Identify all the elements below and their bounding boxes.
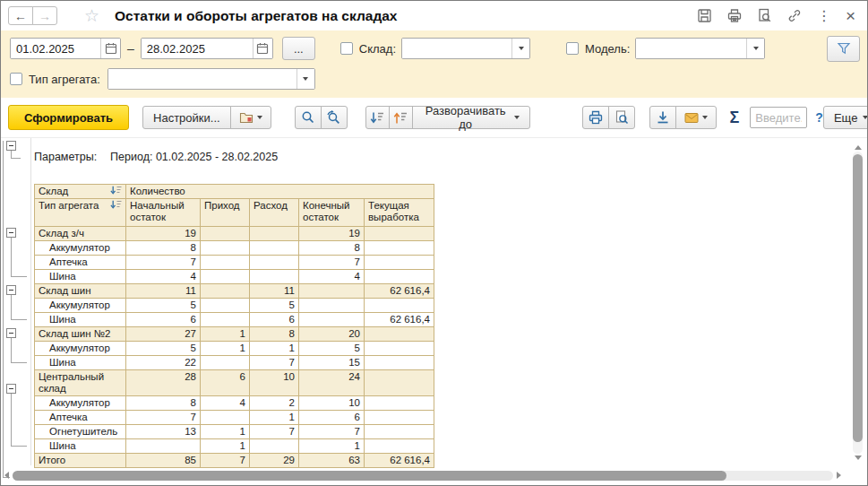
scroll-down-icon[interactable] <box>855 456 862 460</box>
send-by-email-button[interactable] <box>675 106 717 129</box>
cell-income <box>201 256 250 270</box>
sort-ascending-icon <box>393 111 408 125</box>
ellipsis-icon: ... <box>294 42 304 56</box>
cell-current: 62 616,4 <box>365 313 434 327</box>
collapse-group-button[interactable] <box>6 285 16 295</box>
cell-expense <box>250 439 299 454</box>
group-tree-line <box>11 446 27 447</box>
cell-end: 20 <box>299 327 365 342</box>
horizontal-scrollbar[interactable] <box>3 468 843 482</box>
scroll-up-icon[interactable] <box>855 145 862 150</box>
save-icon[interactable] <box>697 8 712 23</box>
period-to-input[interactable] <box>142 39 253 58</box>
cell-end: 24 <box>299 370 365 396</box>
cell-current <box>365 342 434 356</box>
group-row-name: Склад шин №2 <box>35 327 126 342</box>
child-row-name: Шина <box>35 439 126 454</box>
dropdown-button[interactable] <box>296 69 314 89</box>
cell-begin: 27 <box>126 327 201 342</box>
collapse-group-button[interactable] <box>6 228 16 238</box>
horizontal-scroll-track[interactable] <box>13 471 833 481</box>
expand-to-button[interactable]: Разворачивать до <box>412 106 530 129</box>
column-header-quantity[interactable]: Количество <box>126 185 434 199</box>
vertical-scroll-thumb[interactable] <box>853 154 863 441</box>
cell-begin: 7 <box>126 256 201 270</box>
cell-begin: 4 <box>126 270 201 284</box>
cell-begin: 8 <box>126 241 201 256</box>
help-link[interactable]: ? <box>815 110 823 125</box>
report-window: ← → ☆ Остатки и обороты агрегатов на скл… <box>0 0 868 486</box>
period-from-input[interactable] <box>11 39 100 58</box>
warehouse-input[interactable] <box>402 39 511 58</box>
sort-icon[interactable] <box>110 186 122 195</box>
get-link-icon[interactable] <box>786 8 803 23</box>
more-button[interactable]: Еще <box>823 106 868 129</box>
printer-icon <box>588 110 604 125</box>
generate-button[interactable]: Сформировать <box>8 105 129 130</box>
search-next-icon <box>326 110 341 125</box>
calendar-icon[interactable] <box>253 39 272 58</box>
group-tree-line <box>11 238 12 276</box>
report-variants-button[interactable] <box>230 106 271 129</box>
print-preview-icon[interactable] <box>757 8 772 23</box>
forward-button[interactable]: → <box>32 6 57 25</box>
sort-ascending-button[interactable] <box>389 106 413 129</box>
cell-end: 19 <box>299 227 365 241</box>
period-options-button[interactable]: ... <box>282 37 315 60</box>
dropdown-button[interactable] <box>511 39 529 58</box>
filter-settings-button[interactable] <box>827 36 860 62</box>
print-button[interactable] <box>582 106 609 129</box>
print-icon[interactable] <box>726 8 743 23</box>
cell-current <box>365 327 434 342</box>
horizontal-scroll-thumb[interactable] <box>13 471 726 481</box>
group-tree-line <box>11 158 21 159</box>
vertical-scroll-track[interactable] <box>853 152 863 454</box>
model-filter-checkbox[interactable] <box>566 42 579 55</box>
column-header-income[interactable]: Приход <box>201 199 250 227</box>
dropdown-button[interactable] <box>746 39 764 58</box>
unit-type-filter-checkbox[interactable] <box>10 73 22 85</box>
more-actions-icon[interactable]: ⋮ <box>817 9 831 23</box>
sort-icon[interactable] <box>110 200 122 210</box>
warehouse-filter-checkbox[interactable] <box>340 42 353 55</box>
sort-descending-icon <box>370 111 384 125</box>
child-row-name: Шина <box>35 356 126 370</box>
vertical-scrollbar[interactable] <box>850 143 865 462</box>
filter-panel: – ... Склад: Модель: <box>1 30 867 98</box>
collapse-group-button[interactable] <box>6 141 16 151</box>
model-input[interactable] <box>636 39 746 58</box>
column-header-warehouse[interactable]: Склад <box>35 185 126 199</box>
collapse-group-button[interactable] <box>6 328 16 338</box>
close-icon[interactable]: × <box>846 8 855 24</box>
cell-begin: 22 <box>126 356 201 370</box>
period-from-field <box>10 38 121 59</box>
sum-selected-icon[interactable]: Σ <box>730 108 740 127</box>
calendar-icon[interactable] <box>100 39 120 58</box>
unit-type-input[interactable] <box>108 69 296 89</box>
favorite-star-icon[interactable]: ☆ <box>84 7 99 24</box>
cell-expense: 11 <box>250 284 299 299</box>
scroll-left-icon[interactable] <box>4 472 9 479</box>
settings-button[interactable]: Настройки... <box>142 106 231 129</box>
scroll-right-icon[interactable] <box>837 472 841 479</box>
save-to-file-button[interactable] <box>649 106 676 129</box>
cell-expense <box>250 270 299 284</box>
column-header-current[interactable]: Текущая выработка <box>365 199 434 227</box>
search-button[interactable] <box>295 106 322 129</box>
print-preview-button[interactable] <box>608 106 635 129</box>
column-header-end[interactable]: Конечный остаток <box>299 199 365 227</box>
column-header-expense[interactable]: Расход <box>250 199 299 227</box>
back-button[interactable]: ← <box>8 6 33 25</box>
collapse-group-button[interactable] <box>6 384 16 394</box>
quick-search-input[interactable] <box>750 107 807 128</box>
cell-begin: 13 <box>126 425 201 439</box>
report-toolbar: Сформировать Настройки... Разв <box>1 98 867 137</box>
cell-income <box>201 411 250 425</box>
sort-descending-button[interactable] <box>365 106 390 129</box>
column-header-unit-type[interactable]: Тип агрегата <box>35 199 126 227</box>
cell-income: 1 <box>201 342 250 356</box>
column-header-begin[interactable]: Начальный остаток <box>126 199 201 227</box>
search-icon <box>301 110 315 125</box>
search-next-button[interactable] <box>321 106 348 129</box>
cell-begin: 5 <box>126 299 201 313</box>
